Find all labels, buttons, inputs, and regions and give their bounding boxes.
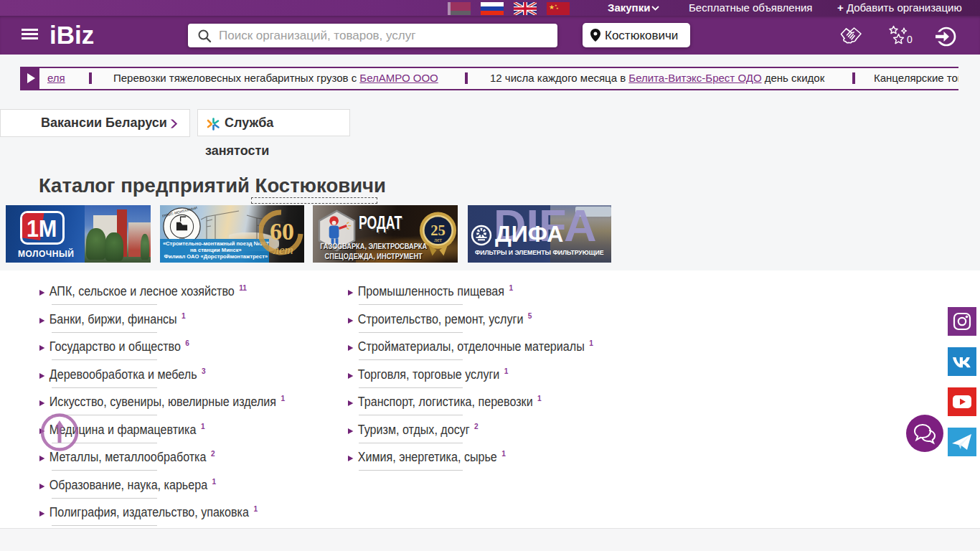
svg-text:60: 60	[270, 218, 294, 245]
svg-text:25: 25	[430, 222, 446, 238]
svg-text:★: ★	[556, 6, 559, 10]
svg-text:лет: лет	[273, 243, 293, 257]
svg-text:лет: лет	[434, 237, 442, 243]
svg-text:★: ★	[549, 4, 555, 11]
